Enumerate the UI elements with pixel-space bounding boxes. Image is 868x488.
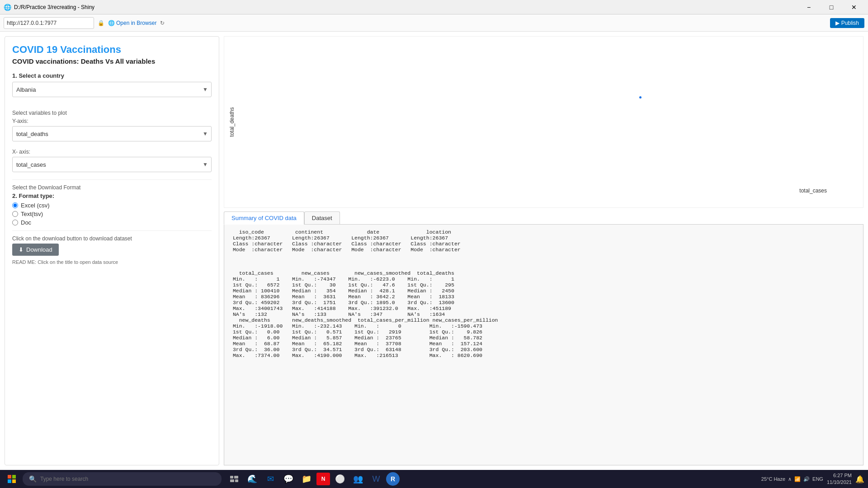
svg-rect-3 <box>12 479 16 483</box>
clock-date: 11/10/2021 <box>827 479 852 486</box>
plot-area: total_deaths total_cases <box>224 36 863 208</box>
format-doc-radio[interactable] <box>12 220 18 225</box>
publish-button[interactable]: ▶ Publish <box>830 18 864 28</box>
url-input[interactable] <box>4 17 94 29</box>
plot-data-point <box>639 96 642 99</box>
taskbar-right: 25°C Haze ∧ 📶 🔊 ENG 6:27 PM 11/10/2021 🔔 <box>761 472 864 486</box>
start-button[interactable] <box>4 471 20 487</box>
svg-rect-6 <box>230 479 234 482</box>
y-axis-select[interactable]: total_deaths new_deaths new_deaths_smoot… <box>12 126 212 141</box>
maximize-button[interactable]: □ <box>821 0 842 14</box>
download-instruction: Click on the download button to download… <box>12 235 212 242</box>
clock-time: 6:27 PM <box>827 472 852 479</box>
search-icon: 🔍 <box>29 475 37 483</box>
format-csv-radio[interactable] <box>12 202 18 208</box>
speaker-icon: 🔊 <box>803 476 810 482</box>
tabs-bar: Summary of COVID data Dataset <box>224 211 863 225</box>
format-csv-option[interactable]: Excel (csv) <box>12 202 212 209</box>
tab-dataset[interactable]: Dataset <box>304 211 340 224</box>
expand-tray-icon[interactable]: ∧ <box>788 476 792 482</box>
divider-2 <box>12 230 212 231</box>
tab-summary[interactable]: Summary of COVID data <box>224 211 304 225</box>
language-label: ENG <box>812 476 823 482</box>
download-button[interactable]: ⬇ Download <box>12 244 59 256</box>
format-tsv-label: Text(tsv) <box>21 211 43 217</box>
format-csv-label: Excel (csv) <box>21 202 50 209</box>
chrome-icon[interactable]: ⚪ <box>332 471 348 487</box>
variables-label: Select variables to plot <box>12 110 212 116</box>
country-section-label: 1. Select a country <box>12 72 212 79</box>
summary-area: iso_code continent date location Length:… <box>224 225 863 465</box>
download-icon: ⬇ <box>19 246 24 253</box>
file-explorer-icon[interactable]: 📁 <box>298 471 315 487</box>
edge-icon[interactable]: 🌊 <box>244 471 260 487</box>
close-button[interactable]: ✕ <box>844 0 864 14</box>
app-subtitle: COVID vaccinations: Deaths Vs All variab… <box>12 57 212 65</box>
left-panel: COVID 19 Vaccinations COVID vaccinations… <box>5 36 219 465</box>
svg-rect-5 <box>234 476 238 479</box>
format-doc-option[interactable]: Doc <box>12 219 212 226</box>
download-section-label: Select the Download Format <box>12 184 212 191</box>
taskbar-icons: 🌊 ✉ 💬 📁 N ⚪ 👥 W R <box>226 471 400 487</box>
plot-y-axis-label: total_deaths <box>229 107 235 136</box>
y-axis-select-wrapper: total_deaths new_deaths new_deaths_smoot… <box>12 126 212 141</box>
x-axis-select-wrapper: total_cases new_cases new_cases_smoothed… <box>12 157 212 172</box>
format-tsv-radio[interactable] <box>12 211 18 217</box>
svg-rect-7 <box>235 479 238 482</box>
taskbar-tray: 25°C Haze ∧ 📶 🔊 ENG <box>761 476 823 482</box>
y-axis-label: Y-axis: <box>12 118 212 124</box>
whatsapp-icon[interactable]: 💬 <box>280 471 297 487</box>
country-select-wrapper: Albania Afghanistan Argentina Australia … <box>12 82 212 97</box>
main-content: COVID 19 Vaccinations COVID vaccinations… <box>0 32 868 470</box>
teams-icon[interactable]: 👥 <box>350 471 366 487</box>
weather-label: 25°C Haze <box>761 476 785 482</box>
format-type-label: 2. Format type: <box>12 192 212 199</box>
x-axis-label: X- axis: <box>12 149 212 155</box>
publish-icon: ▶ <box>835 20 840 26</box>
country-select[interactable]: Albania Afghanistan Argentina Australia … <box>12 82 212 97</box>
lock-icon: 🔒 <box>98 20 104 26</box>
open-browser-icon: 🌐 <box>108 20 115 26</box>
refresh-icon: ↻ <box>160 20 165 26</box>
app-icon: 🌐 <box>4 4 11 11</box>
address-bar: 🔒 🌐 Open in Browser ↻ ▶ Publish <box>0 14 868 32</box>
svg-rect-0 <box>8 475 11 479</box>
right-panel: total_deaths total_cases Summary of COVI… <box>224 32 868 470</box>
window-title: D:/R/Practice 3/recreating - Shiny <box>14 4 94 10</box>
window-controls: − □ ✕ <box>798 0 864 14</box>
notification-icon[interactable]: 🔔 <box>855 475 864 483</box>
format-radio-group: Excel (csv) Text(tsv) Doc <box>12 202 212 226</box>
plot-x-axis-label: total_cases <box>799 188 827 194</box>
svg-rect-4 <box>230 476 233 479</box>
taskbar: 🔍 🌊 ✉ 💬 📁 N ⚪ 👥 W R 25°C <box>0 470 868 488</box>
word-icon[interactable]: W <box>368 471 384 487</box>
task-view-icon[interactable] <box>226 471 242 487</box>
app-title: COVID 19 Vaccinations <box>12 44 212 56</box>
search-input[interactable] <box>40 476 215 482</box>
svg-rect-1 <box>12 475 16 479</box>
network-icon: 📶 <box>794 476 801 482</box>
minimize-button[interactable]: − <box>798 0 819 14</box>
taskbar-search-bar[interactable]: 🔍 <box>23 472 222 486</box>
x-axis-select[interactable]: total_cases new_cases new_cases_smoothed… <box>12 157 212 172</box>
divider-1 <box>12 179 212 180</box>
open-browser-button[interactable]: 🌐 Open in Browser <box>108 20 156 26</box>
r-icon[interactable]: R <box>386 472 400 486</box>
readme-text: READ ME: Click on the title to open data… <box>12 259 212 265</box>
mail-icon[interactable]: ✉ <box>262 471 278 487</box>
netflix-icon[interactable]: N <box>316 473 330 485</box>
format-doc-label: Doc <box>21 219 31 226</box>
format-tsv-option[interactable]: Text(tsv) <box>12 211 212 217</box>
taskbar-clock: 6:27 PM 11/10/2021 <box>827 472 852 486</box>
svg-rect-2 <box>8 479 11 483</box>
title-bar: 🌐 D:/R/Practice 3/recreating - Shiny − □… <box>0 0 868 14</box>
